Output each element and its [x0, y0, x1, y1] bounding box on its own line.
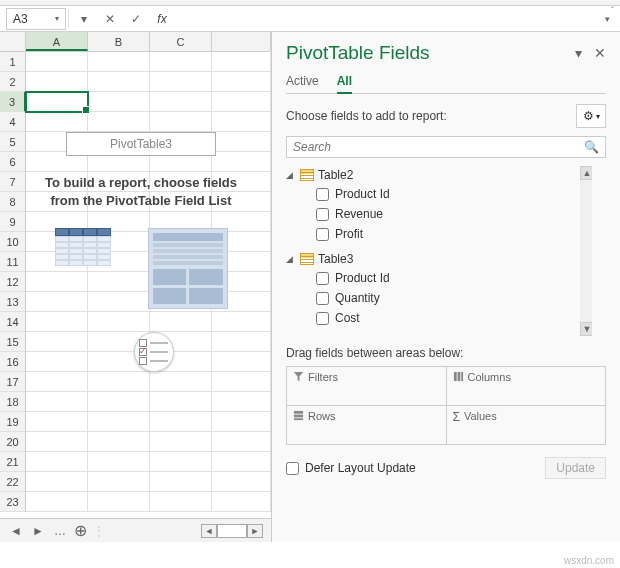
field-list: ◢ Table2 Product Id Revenue Profit ◢ Tab…	[286, 166, 606, 336]
defer-update-label: Defer Layout Update	[305, 461, 416, 475]
collapse-icon[interactable]: ◢	[286, 254, 296, 264]
cancel-formula-icon[interactable]: ✕	[97, 8, 123, 30]
gear-icon: ⚙	[583, 109, 594, 123]
pivot-fields-pane: PivotTable Fields ▾ ✕ Active All Choose …	[272, 32, 620, 542]
collapse-icon[interactable]: ◢	[286, 170, 296, 180]
tab-separator: ⋮	[93, 524, 105, 538]
defer-update-checkbox[interactable]	[286, 462, 299, 475]
hscroll-right-icon[interactable]: ►	[247, 524, 263, 538]
hscroll-track[interactable]	[217, 524, 247, 538]
values-area[interactable]: Σ Values	[447, 406, 606, 444]
field-item[interactable]: Quantity	[286, 288, 592, 308]
pane-title: PivotTable Fields	[286, 42, 430, 64]
name-box-value: A3	[13, 12, 28, 26]
name-box-dropdown-icon[interactable]: ▾	[55, 14, 59, 23]
sheet-list-icon[interactable]: …	[52, 524, 68, 538]
search-icon[interactable]: 🔍	[584, 140, 599, 154]
watermark: wsxdn.com	[564, 555, 614, 566]
field-checkbox[interactable]	[316, 208, 329, 221]
worksheet: A B C 1 2 3 4 5 6 7 8 9 10 11 12 13 14 1…	[0, 32, 272, 542]
table-name: Table3	[318, 252, 353, 266]
hscroll-left-icon[interactable]: ◄	[201, 524, 217, 538]
drop-areas: Filters Columns Rows Σ Values	[286, 366, 606, 445]
field-checkbox[interactable]	[316, 292, 329, 305]
scroll-down-icon[interactable]: ▼	[580, 322, 594, 336]
ribbon-collapse-icon[interactable]: ˇ	[611, 6, 614, 17]
row-header[interactable]: 1	[0, 52, 26, 72]
field-item[interactable]: Profit	[286, 224, 592, 244]
sheet-tab-bar: ◄ ► … ⊕ ⋮ ◄ ►	[0, 518, 271, 542]
svg-rect-5	[294, 418, 303, 420]
field-item[interactable]: Product Id	[286, 268, 592, 288]
columns-area[interactable]: Columns	[447, 367, 606, 405]
name-box[interactable]: A3 ▾	[6, 8, 66, 30]
tab-active[interactable]: Active	[286, 70, 319, 93]
table-name: Table2	[318, 168, 353, 182]
grid-rows: 1 2 3 4 5 6 7 8 9 10 11 12 13 14 15 16 1…	[0, 52, 271, 512]
rows-icon	[293, 410, 304, 421]
svg-rect-0	[453, 372, 456, 381]
cell[interactable]	[26, 52, 88, 72]
select-all-corner[interactable]	[0, 32, 26, 51]
field-checkbox[interactable]	[316, 228, 329, 241]
svg-rect-3	[294, 411, 303, 414]
formula-dropdown-icon[interactable]: ▾	[71, 8, 97, 30]
field-checkbox[interactable]	[316, 188, 329, 201]
field-list-scrollbar[interactable]: ▲ ▼	[580, 166, 594, 336]
table-icon	[300, 169, 314, 181]
prev-sheet-icon[interactable]: ◄	[8, 524, 24, 538]
svg-rect-2	[461, 372, 463, 381]
cell-A3[interactable]	[26, 92, 88, 112]
formula-input[interactable]	[175, 8, 594, 30]
next-sheet-icon[interactable]: ►	[30, 524, 46, 538]
pane-menu-icon[interactable]: ▾	[575, 45, 582, 61]
search-box[interactable]: 🔍	[286, 136, 606, 158]
chevron-down-icon: ▾	[596, 112, 600, 121]
fx-icon[interactable]: fx	[149, 8, 175, 30]
column-header-B[interactable]: B	[88, 32, 150, 51]
table-node[interactable]: ◢ Table2	[286, 166, 592, 184]
field-item[interactable]: Revenue	[286, 204, 592, 224]
scroll-up-icon[interactable]: ▲	[580, 166, 594, 180]
row-header[interactable]: 3	[0, 92, 26, 112]
filters-area[interactable]: Filters	[287, 367, 446, 405]
svg-rect-1	[457, 372, 460, 381]
svg-rect-4	[294, 415, 303, 418]
update-button[interactable]: Update	[545, 457, 606, 479]
row-header[interactable]: 2	[0, 72, 26, 92]
field-checkbox[interactable]	[316, 312, 329, 325]
tab-all[interactable]: All	[337, 70, 352, 94]
search-input[interactable]	[293, 140, 584, 154]
field-item[interactable]: Cost	[286, 308, 592, 328]
filter-icon	[293, 371, 304, 382]
formula-bar: A3 ▾ ▾ ✕ ✓ fx ▾	[0, 6, 620, 32]
choose-fields-label: Choose fields to add to report:	[286, 109, 576, 123]
table-icon	[300, 253, 314, 265]
column-header-D[interactable]	[212, 32, 271, 51]
enter-formula-icon[interactable]: ✓	[123, 8, 149, 30]
column-header-A[interactable]: A	[26, 32, 88, 51]
tools-button[interactable]: ⚙ ▾	[576, 104, 606, 128]
drag-areas-label: Drag fields between areas below:	[286, 346, 606, 360]
close-pane-icon[interactable]: ✕	[594, 45, 606, 61]
field-checkbox[interactable]	[316, 272, 329, 285]
column-header-C[interactable]: C	[150, 32, 212, 51]
expand-formula-icon[interactable]: ▾	[594, 8, 620, 30]
add-sheet-icon[interactable]: ⊕	[74, 521, 87, 540]
sigma-icon: Σ	[453, 410, 460, 424]
columns-icon	[453, 371, 464, 382]
table-node[interactable]: ◢ Table3	[286, 250, 592, 268]
rows-area[interactable]: Rows	[287, 406, 446, 444]
field-item[interactable]: Product Id	[286, 184, 592, 204]
